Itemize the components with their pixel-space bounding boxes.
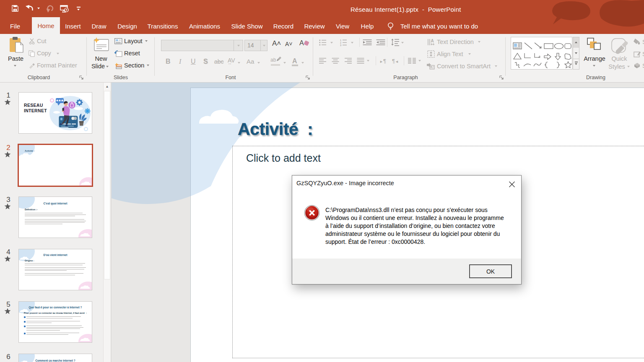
svg-text:A: A (431, 39, 434, 43)
svg-text:3: 3 (340, 44, 341, 46)
